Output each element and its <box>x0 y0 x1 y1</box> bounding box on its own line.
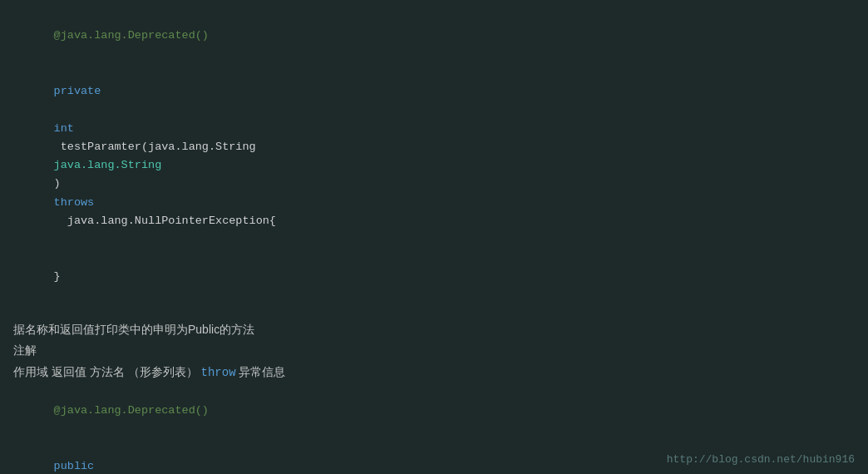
keyword-private-1: private <box>54 85 101 97</box>
keyword-throw-2: throw <box>201 366 236 379</box>
code-text-1e: java.lang.NullPointerException{ <box>54 215 276 227</box>
code-text-1a <box>54 103 61 116</box>
keyword-throws-1: throws <box>54 196 95 209</box>
annotation-text-2: @java.lang.Deprecated() <box>54 404 209 417</box>
code-line-annotation-1: @java.lang.Deprecated() <box>13 8 855 64</box>
section-2: 据名称和返回值打印类中的申明为Public的方法 注解 作用域 返回值 方法名 … <box>13 319 855 474</box>
keyword-int-1: int <box>54 122 74 135</box>
desc-2c: 作用域 返回值 方法名 （形参列表） throw 异常信息 <box>13 362 855 383</box>
keyword-public-2: public <box>54 460 95 472</box>
section-1: @java.lang.Deprecated() private int test… <box>13 8 855 304</box>
brace-close-1: } <box>54 270 61 283</box>
desc-2b: 注解 <box>13 340 855 361</box>
desc-2a: 据名称和返回值打印类中的申明为Public的方法 <box>13 319 855 340</box>
code-line-annotation-2: @java.lang.Deprecated() <box>13 383 855 439</box>
code-text-1d: ) <box>54 177 74 190</box>
code-text-1b: testParamter(java.lang.String <box>54 141 256 153</box>
watermark: http://blog.csdn.net/hubin916 <box>667 453 855 466</box>
code-line-1-close: } <box>13 249 855 304</box>
main-container: @java.lang.Deprecated() private int test… <box>0 0 868 474</box>
code-line-1: private int testParamter(java.lang.Strin… <box>13 64 855 249</box>
annotation-text-1: @java.lang.Deprecated() <box>54 29 209 42</box>
code-text-1c: java.lang.String <box>54 159 162 171</box>
